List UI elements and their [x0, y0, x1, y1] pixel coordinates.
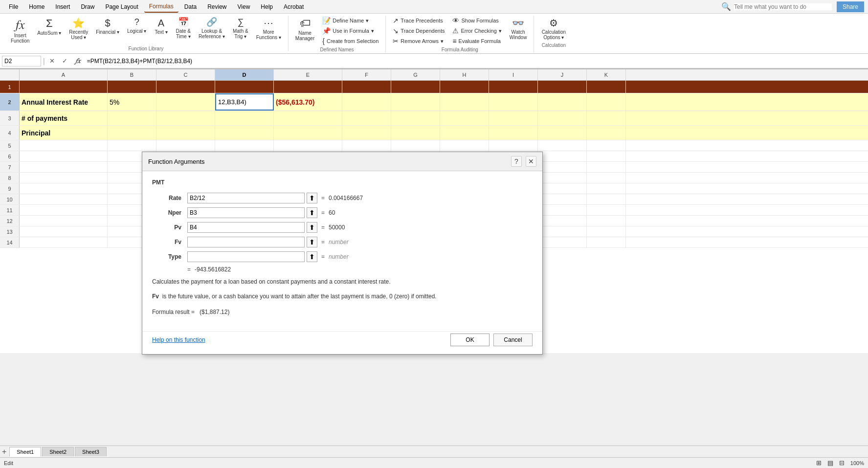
dialog-close-btn[interactable]: ✕ [526, 156, 536, 167]
dialog-body: PMT Rate ⬆ = 0.004166667 Nper ⬆ = 60 [142, 171, 542, 329]
dialog-type-input[interactable] [187, 251, 305, 262]
dialog-help-btn[interactable]: ? [511, 156, 522, 167]
dialog-type-collapse-btn[interactable]: ⬆ [307, 251, 317, 262]
dialog-field-rate-label: Rate [152, 195, 181, 201]
dialog-field-type-input-wrap: ⬆ [187, 251, 317, 262]
dialog-fv-input[interactable] [187, 237, 305, 247]
dialog-pv-collapse-btn[interactable]: ⬆ [307, 222, 317, 233]
dialog-titlebar: Function Arguments ? ✕ [142, 152, 542, 171]
dialog-field-pv: Pv ⬆ = 50000 [152, 222, 533, 233]
dialog-field-nper: Nper ⬆ = 60 [152, 207, 533, 218]
dialog-cancel-button[interactable]: Cancel [493, 334, 533, 346]
dialog-type-eq: = [321, 253, 325, 260]
dialog-field-pv-input-wrap: ⬆ [187, 222, 317, 233]
function-arguments-dialog: Function Arguments ? ✕ PMT Rate ⬆ = 0.00… [142, 152, 543, 353]
dialog-field-fv-label: Fv [152, 239, 181, 245]
dialog-ok-button[interactable]: OK [450, 334, 490, 346]
dialog-type-value: number [329, 253, 349, 260]
dialog-pv-input[interactable] [187, 222, 305, 233]
dialog-func-name: PMT [152, 179, 533, 186]
dialog-field-type-label: Type [152, 253, 181, 260]
dialog-field-fv: Fv ⬆ = number [152, 237, 533, 247]
dialog-formula-result-value: ($1,887.12) [200, 309, 229, 315]
dialog-fv-description: Fv is the future value, or a cash balanc… [152, 292, 533, 301]
dialog-field-nper-label: Nper [152, 209, 181, 216]
dialog-description: Calculates the payment for a loan based … [152, 278, 533, 286]
dialog-rate-eq: = [321, 195, 325, 201]
dialog-field-rate: Rate ⬆ = 0.004166667 [152, 193, 533, 203]
dialog-overlay: Function Arguments ? ✕ PMT Rate ⬆ = 0.00… [0, 0, 868, 353]
dialog-fv-collapse-btn[interactable]: ⬆ [307, 237, 317, 247]
dialog-nper-value: 60 [329, 209, 335, 216]
dialog-pv-value: 50000 [329, 224, 345, 231]
dialog-rate-input[interactable] [187, 193, 305, 203]
dialog-nper-collapse-btn[interactable]: ⬆ [307, 207, 317, 218]
dialog-pv-eq: = [321, 224, 325, 231]
dialog-field-fv-input-wrap: ⬆ [187, 237, 317, 247]
dialog-fv-desc-text: is the future value, or a cash balance y… [162, 293, 437, 300]
dialog-title: Function Arguments [148, 158, 205, 165]
dialog-field-nper-input-wrap: ⬆ [187, 207, 317, 218]
dialog-footer-buttons: OK Cancel [450, 334, 533, 346]
dialog-nper-input[interactable] [187, 207, 305, 218]
dialog-result-eq: = [187, 266, 191, 273]
dialog-nper-eq: = [321, 209, 325, 216]
dialog-field-rate-input-wrap: ⬆ [187, 193, 317, 203]
dialog-fv-desc-label: Fv [152, 293, 159, 300]
dialog-footer: Help on this function OK Cancel [142, 331, 542, 353]
dialog-fv-value: number [329, 239, 349, 245]
dialog-field-type: Type ⬆ = number [152, 251, 533, 262]
dialog-titlebar-buttons: ? ✕ [511, 156, 536, 167]
dialog-result-row: = -943.5616822 [187, 266, 533, 273]
dialog-fv-eq: = [321, 239, 325, 245]
dialog-rate-value: 0.004166667 [329, 195, 363, 201]
dialog-help-link[interactable]: Help on this function [152, 336, 205, 343]
dialog-formula-result: Formula result = ($1,887.12) [152, 309, 533, 315]
dialog-result-value: -943.5616822 [195, 266, 231, 273]
dialog-formula-result-label: Formula result = [152, 309, 195, 315]
dialog-rate-collapse-btn[interactable]: ⬆ [307, 193, 317, 203]
dialog-field-pv-label: Pv [152, 224, 181, 231]
